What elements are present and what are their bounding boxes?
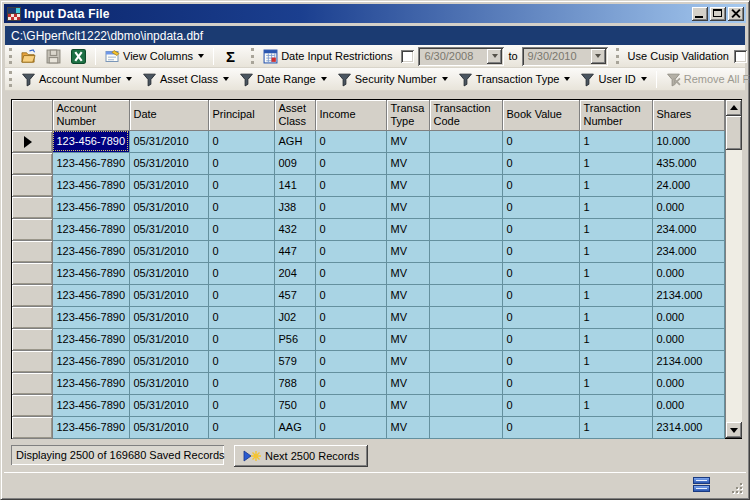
row-selector[interactable] — [12, 394, 52, 416]
grid-cell[interactable] — [429, 372, 502, 394]
grid-cell[interactable]: 123-456-7890 — [52, 262, 129, 284]
grid-cell[interactable]: 1 — [579, 306, 652, 328]
row-selector[interactable] — [12, 240, 52, 262]
column-header-transaction-code[interactable]: Transaction Code — [429, 100, 502, 130]
grid-cell[interactable]: 0 — [315, 328, 386, 350]
use-cusip-validation-checkbox[interactable] — [734, 50, 747, 63]
grid-cell[interactable]: 0.000 — [652, 196, 724, 218]
grid-cell[interactable]: 0 — [208, 174, 274, 196]
grid-cell[interactable] — [429, 130, 502, 152]
date-to-dropdown-button[interactable] — [591, 49, 606, 64]
grid-cell[interactable]: 009 — [274, 152, 315, 174]
grid-cell[interactable]: 0.000 — [652, 328, 724, 350]
grid-cell[interactable]: 1 — [579, 284, 652, 306]
grid-cell[interactable]: P56 — [274, 328, 315, 350]
grid-cell[interactable]: 1 — [579, 218, 652, 240]
sum-button[interactable]: Σ — [218, 47, 243, 66]
grid-cell[interactable]: MV — [386, 328, 429, 350]
grid-cell[interactable]: MV — [386, 152, 429, 174]
grid-cell[interactable]: 0 — [502, 218, 579, 240]
row-selector[interactable] — [12, 218, 52, 240]
row-selector[interactable] — [12, 174, 52, 196]
grid-cell[interactable]: 579 — [274, 350, 315, 372]
grid-cell[interactable]: 0 — [208, 196, 274, 218]
grid-cell[interactable]: MV — [386, 416, 429, 438]
grid-cell[interactable]: MV — [386, 218, 429, 240]
scrollbar-track[interactable] — [726, 150, 742, 422]
grid-cell[interactable]: 0 — [502, 174, 579, 196]
grid-cell[interactable] — [429, 262, 502, 284]
date-to-combo[interactable]: 9/30/2010 — [522, 47, 608, 66]
grid-cell[interactable]: 123-456-7890 — [52, 372, 129, 394]
column-header-shares[interactable]: Shares — [652, 100, 724, 130]
grid-cell[interactable]: 0 — [315, 240, 386, 262]
grid-cell[interactable]: MV — [386, 196, 429, 218]
grid-cell[interactable]: 0 — [208, 262, 274, 284]
view-columns-button[interactable]: View Columns — [100, 46, 209, 67]
grid-cell[interactable]: 0.000 — [652, 372, 724, 394]
grid-cell[interactable]: 457 — [274, 284, 315, 306]
grid-cell[interactable]: 1 — [579, 416, 652, 438]
grid-cell[interactable]: 05/31/2010 — [129, 262, 208, 284]
grid-cell[interactable]: 1 — [579, 350, 652, 372]
grid-cell[interactable]: 1 — [579, 328, 652, 350]
grid-cell[interactable]: 0 — [502, 196, 579, 218]
column-header-date[interactable]: Date — [129, 100, 208, 130]
grid-cell[interactable] — [429, 394, 502, 416]
grid-cell[interactable]: 0 — [315, 262, 386, 284]
grid-cell[interactable]: 123-456-7890 — [52, 218, 129, 240]
filter-security-number-button[interactable]: Security Number — [332, 69, 453, 90]
grid-cell[interactable]: 1 — [579, 372, 652, 394]
grid-cell[interactable]: 0 — [502, 328, 579, 350]
grid-cell[interactable]: 123-456-7890 — [52, 196, 129, 218]
grid-cell[interactable]: MV — [386, 372, 429, 394]
grid-cell[interactable]: 141 — [274, 174, 315, 196]
grid-cell[interactable]: 123-456-7890 — [52, 284, 129, 306]
grid-cell[interactable]: 0 — [315, 306, 386, 328]
resize-grip[interactable] — [729, 480, 742, 493]
grid-cell[interactable]: 05/31/2010 — [129, 240, 208, 262]
grid-cell[interactable]: 0 — [502, 130, 579, 152]
grid-cell[interactable]: 10.000 — [652, 130, 724, 152]
grid-cell[interactable]: 0 — [208, 350, 274, 372]
filter-asset-class-button[interactable]: Asset Class — [137, 69, 234, 90]
row-selector[interactable] — [12, 152, 52, 174]
grid-cell[interactable]: 788 — [274, 372, 315, 394]
grid-cell[interactable]: 2314.000 — [652, 416, 724, 438]
grid-cell[interactable]: 123-456-7890 — [52, 394, 129, 416]
grid-cell[interactable]: 0 — [208, 240, 274, 262]
grid-cell[interactable]: 0 — [315, 284, 386, 306]
grid-cell[interactable]: 05/31/2010 — [129, 152, 208, 174]
grid-cell[interactable]: 123-456-7890 — [52, 240, 129, 262]
grid-cell[interactable]: 0 — [502, 416, 579, 438]
filter-transaction-type-button[interactable]: Transaction Type — [453, 69, 576, 90]
grid-cell[interactable]: 0 — [208, 306, 274, 328]
grid-cell[interactable]: 0 — [208, 152, 274, 174]
filter-date-range-button[interactable]: Date Range — [234, 69, 332, 90]
row-selector[interactable] — [12, 306, 52, 328]
grid-cell[interactable]: MV — [386, 174, 429, 196]
grid-cell[interactable]: 0 — [315, 416, 386, 438]
row-selector[interactable] — [12, 196, 52, 218]
grid-cell[interactable]: 123-456-7890 — [52, 350, 129, 372]
grid-cell[interactable]: 05/31/2010 — [129, 394, 208, 416]
grid-cell[interactable]: 123-456-7890 — [52, 174, 129, 196]
next-records-button[interactable]: Next 2500 Records — [234, 445, 368, 467]
grid-cell[interactable]: 1 — [579, 130, 652, 152]
grid-cell[interactable]: 234.000 — [652, 218, 724, 240]
grid-cell[interactable]: 0 — [502, 284, 579, 306]
grid-cell[interactable]: 0 — [315, 130, 386, 152]
grid-cell[interactable]: 0 — [502, 394, 579, 416]
grid-cell[interactable]: 0 — [315, 152, 386, 174]
grid-cell[interactable] — [429, 174, 502, 196]
date-from-dropdown-button[interactable] — [487, 49, 502, 64]
grid-cell[interactable]: 1 — [579, 262, 652, 284]
grid-cell[interactable] — [429, 416, 502, 438]
grid-cell[interactable]: J38 — [274, 196, 315, 218]
date-input-restrictions-button[interactable]: Date Input Restrictions — [258, 46, 397, 67]
column-header-income[interactable]: Income — [315, 100, 386, 130]
grid-cell[interactable]: 123-456-7890 — [52, 130, 129, 152]
maximize-button[interactable] — [710, 7, 726, 21]
grid-cell[interactable]: 0 — [315, 196, 386, 218]
vertical-scrollbar[interactable] — [725, 100, 742, 438]
